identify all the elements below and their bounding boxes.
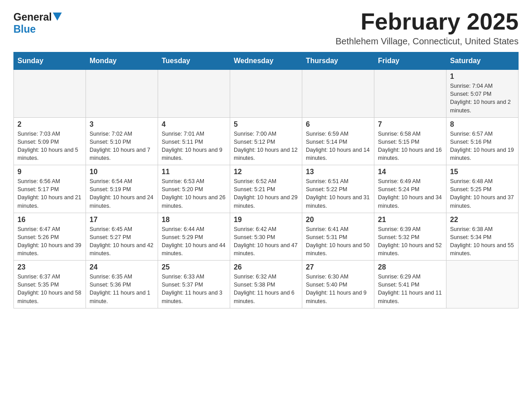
day-info: Sunrise: 6:56 AM Sunset: 5:17 PM Dayligh…	[17, 177, 82, 210]
day-number: 15	[450, 168, 515, 176]
calendar-day-cell: 14Sunrise: 6:49 AM Sunset: 5:24 PM Dayli…	[374, 165, 446, 213]
calendar-day-cell	[446, 261, 519, 308]
day-info: Sunrise: 6:59 AM Sunset: 5:14 PM Dayligh…	[306, 130, 370, 163]
day-info: Sunrise: 6:51 AM Sunset: 5:22 PM Dayligh…	[306, 177, 370, 210]
calendar-day-cell: 23Sunrise: 6:37 AM Sunset: 5:35 PM Dayli…	[14, 261, 86, 308]
day-info: Sunrise: 6:54 AM Sunset: 5:19 PM Dayligh…	[90, 177, 154, 210]
calendar-day-cell: 16Sunrise: 6:47 AM Sunset: 5:26 PM Dayli…	[14, 213, 86, 261]
calendar-week-row: 1Sunrise: 7:04 AM Sunset: 5:07 PM Daylig…	[14, 70, 519, 118]
calendar-day-cell	[158, 70, 230, 118]
logo: General Blue	[13, 9, 62, 35]
day-number: 16	[17, 216, 82, 224]
day-info: Sunrise: 6:33 AM Sunset: 5:37 PM Dayligh…	[162, 273, 226, 305]
calendar-day-cell: 5Sunrise: 7:00 AM Sunset: 5:12 PM Daylig…	[230, 117, 302, 165]
day-info: Sunrise: 6:47 AM Sunset: 5:26 PM Dayligh…	[17, 225, 82, 258]
month-year-title: February 2025	[335, 9, 519, 34]
day-info: Sunrise: 6:41 AM Sunset: 5:31 PM Dayligh…	[306, 225, 370, 258]
calendar-day-cell: 25Sunrise: 6:33 AM Sunset: 5:37 PM Dayli…	[158, 261, 230, 308]
day-number: 10	[90, 168, 154, 176]
day-info: Sunrise: 6:32 AM Sunset: 5:38 PM Dayligh…	[234, 273, 298, 305]
calendar-day-cell: 2Sunrise: 7:03 AM Sunset: 5:09 PM Daylig…	[14, 117, 86, 165]
day-info: Sunrise: 7:01 AM Sunset: 5:11 PM Dayligh…	[162, 130, 226, 163]
day-of-week-header: Wednesday	[230, 52, 302, 70]
day-info: Sunrise: 6:29 AM Sunset: 5:41 PM Dayligh…	[378, 273, 442, 305]
calendar-day-cell	[374, 70, 446, 118]
day-info: Sunrise: 7:02 AM Sunset: 5:10 PM Dayligh…	[90, 130, 154, 163]
calendar-day-cell: 15Sunrise: 6:48 AM Sunset: 5:25 PM Dayli…	[446, 165, 519, 213]
day-number: 13	[306, 168, 370, 176]
calendar-day-cell: 3Sunrise: 7:02 AM Sunset: 5:10 PM Daylig…	[86, 117, 158, 165]
day-of-week-header: Tuesday	[158, 52, 230, 70]
day-number: 26	[234, 263, 298, 271]
day-number: 3	[90, 120, 154, 128]
day-number: 23	[17, 263, 82, 271]
day-of-week-header: Monday	[86, 52, 158, 70]
day-info: Sunrise: 7:03 AM Sunset: 5:09 PM Dayligh…	[17, 130, 82, 163]
day-of-week-header: Thursday	[302, 52, 374, 70]
title-area: February 2025 Bethlehem Village, Connect…	[335, 9, 519, 47]
svg-marker-0	[53, 13, 62, 21]
day-info: Sunrise: 6:35 AM Sunset: 5:36 PM Dayligh…	[90, 273, 154, 305]
calendar-day-cell: 7Sunrise: 6:58 AM Sunset: 5:15 PM Daylig…	[374, 117, 446, 165]
day-number: 4	[162, 120, 226, 128]
calendar-day-cell: 22Sunrise: 6:38 AM Sunset: 5:34 PM Dayli…	[446, 213, 519, 261]
calendar-day-cell: 11Sunrise: 6:53 AM Sunset: 5:20 PM Dayli…	[158, 165, 230, 213]
day-number: 25	[162, 263, 226, 271]
logo-arrow-icon	[53, 13, 62, 22]
day-info: Sunrise: 7:04 AM Sunset: 5:07 PM Dayligh…	[450, 82, 515, 115]
day-info: Sunrise: 6:37 AM Sunset: 5:35 PM Dayligh…	[17, 273, 82, 305]
day-number: 24	[90, 263, 154, 271]
calendar-day-cell: 19Sunrise: 6:42 AM Sunset: 5:30 PM Dayli…	[230, 213, 302, 261]
day-info: Sunrise: 6:44 AM Sunset: 5:29 PM Dayligh…	[162, 225, 226, 258]
day-number: 9	[17, 168, 82, 176]
calendar-week-row: 9Sunrise: 6:56 AM Sunset: 5:17 PM Daylig…	[14, 165, 519, 213]
calendar-body: 1Sunrise: 7:04 AM Sunset: 5:07 PM Daylig…	[14, 70, 519, 308]
calendar-day-cell: 24Sunrise: 6:35 AM Sunset: 5:36 PM Dayli…	[86, 261, 158, 308]
calendar-day-cell: 17Sunrise: 6:45 AM Sunset: 5:27 PM Dayli…	[86, 213, 158, 261]
calendar-week-row: 23Sunrise: 6:37 AM Sunset: 5:35 PM Dayli…	[14, 261, 519, 308]
day-number: 7	[378, 120, 442, 128]
day-of-week-header: Saturday	[446, 52, 519, 70]
day-number: 11	[162, 168, 226, 176]
calendar-week-row: 2Sunrise: 7:03 AM Sunset: 5:09 PM Daylig…	[14, 117, 519, 165]
day-number: 14	[378, 168, 442, 176]
calendar-day-cell: 13Sunrise: 6:51 AM Sunset: 5:22 PM Dayli…	[302, 165, 374, 213]
day-info: Sunrise: 6:42 AM Sunset: 5:30 PM Dayligh…	[234, 225, 298, 258]
day-number: 22	[450, 216, 515, 224]
day-of-week-header: Friday	[374, 52, 446, 70]
day-number: 28	[378, 263, 442, 271]
day-info: Sunrise: 6:38 AM Sunset: 5:34 PM Dayligh…	[450, 225, 515, 258]
day-number: 19	[234, 216, 298, 224]
calendar-day-cell	[302, 70, 374, 118]
calendar-day-cell	[86, 70, 158, 118]
day-number: 20	[306, 216, 370, 224]
day-number: 8	[450, 120, 515, 128]
calendar-day-cell: 18Sunrise: 6:44 AM Sunset: 5:29 PM Dayli…	[158, 213, 230, 261]
calendar-day-cell	[14, 70, 86, 118]
calendar-day-cell: 10Sunrise: 6:54 AM Sunset: 5:19 PM Dayli…	[86, 165, 158, 213]
day-info: Sunrise: 6:39 AM Sunset: 5:32 PM Dayligh…	[378, 225, 442, 258]
calendar-week-row: 16Sunrise: 6:47 AM Sunset: 5:26 PM Dayli…	[14, 213, 519, 261]
day-info: Sunrise: 7:00 AM Sunset: 5:12 PM Dayligh…	[234, 130, 298, 163]
calendar-day-cell	[230, 70, 302, 118]
day-number: 27	[306, 263, 370, 271]
day-info: Sunrise: 6:58 AM Sunset: 5:15 PM Dayligh…	[378, 130, 442, 163]
day-number: 5	[234, 120, 298, 128]
day-info: Sunrise: 6:48 AM Sunset: 5:25 PM Dayligh…	[450, 177, 515, 210]
day-info: Sunrise: 6:45 AM Sunset: 5:27 PM Dayligh…	[90, 225, 154, 258]
calendar-day-cell: 21Sunrise: 6:39 AM Sunset: 5:32 PM Dayli…	[374, 213, 446, 261]
calendar-day-cell: 9Sunrise: 6:56 AM Sunset: 5:17 PM Daylig…	[14, 165, 86, 213]
logo-general-text: General	[13, 11, 52, 23]
calendar-day-cell: 6Sunrise: 6:59 AM Sunset: 5:14 PM Daylig…	[302, 117, 374, 165]
header: General Blue February 2025 Bethlehem Vil…	[13, 9, 519, 47]
day-number: 1	[450, 73, 515, 81]
calendar-day-cell: 26Sunrise: 6:32 AM Sunset: 5:38 PM Dayli…	[230, 261, 302, 308]
day-of-week-header: Sunday	[14, 52, 86, 70]
day-info: Sunrise: 6:30 AM Sunset: 5:40 PM Dayligh…	[306, 273, 370, 305]
calendar-table: SundayMondayTuesdayWednesdayThursdayFrid…	[13, 52, 519, 308]
days-of-week-row: SundayMondayTuesdayWednesdayThursdayFrid…	[14, 52, 519, 70]
location-subtitle: Bethlehem Village, Connecticut, United S…	[335, 36, 519, 47]
logo-blue-text: Blue	[13, 23, 36, 35]
calendar-day-cell: 20Sunrise: 6:41 AM Sunset: 5:31 PM Dayli…	[302, 213, 374, 261]
day-number: 6	[306, 120, 370, 128]
